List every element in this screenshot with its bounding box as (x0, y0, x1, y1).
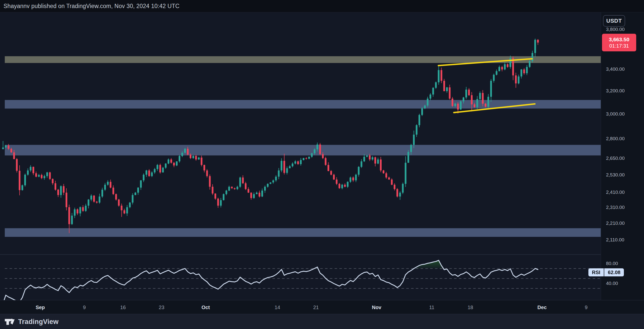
time-axis-label: 16 (120, 304, 126, 310)
quote-currency-label: USDT (606, 18, 622, 24)
time-axis-label: 18 (468, 304, 473, 310)
price-axis-label: 2,110.00 (606, 237, 624, 243)
price-axis-label: 2,210.00 (606, 221, 625, 226)
time-axis-label: Dec (537, 304, 547, 310)
price-axis-label: 2,800.00 (606, 136, 625, 141)
last-price-value: 3,663.50 (609, 36, 629, 43)
time-axis-label: 11 (429, 304, 434, 310)
price-axis-label: 2,650.00 (606, 156, 625, 161)
time-axis-label: Nov (372, 304, 381, 310)
time-axis-label: 23 (159, 304, 164, 310)
tradingview-chart-screenshot: Shayannv published on TradingView.com, N… (0, 0, 644, 329)
price-axis-label: 3,400.00 (606, 66, 625, 72)
footer-brand-bar: TradingView (0, 314, 644, 329)
candle-countdown: 01:17:31 (609, 43, 629, 49)
time-axis-label: Oct (202, 304, 210, 310)
time-axis[interactable]: Sep91623Oct1421Nov1118Dec9 (0, 300, 644, 314)
price-axis[interactable]: USDT 3,663.50 01:17:31 3,800.003,400.003… (601, 12, 644, 300)
pane-separator[interactable] (0, 254, 601, 255)
price-axis-label: 2,310.00 (606, 205, 625, 210)
time-axis-label: 9 (585, 304, 588, 310)
tradingview-logo-icon[interactable] (4, 316, 15, 327)
price-axis-label: 3,000.00 (606, 111, 625, 117)
rsi-value: 62.08 (604, 268, 624, 276)
price-axis-label: 3,800.00 (606, 27, 625, 32)
price-axis-label: 2,530.00 (606, 172, 625, 178)
time-axis-label: Sep (36, 304, 45, 310)
candlestick-chart-canvas[interactable] (0, 0, 644, 329)
quote-currency-box[interactable]: USDT (603, 15, 625, 27)
rsi-axis-label: 80.00 (606, 261, 618, 266)
rsi-label: RSI (588, 268, 604, 276)
publisher-text: Shayannv published on TradingView.com, N… (4, 3, 180, 10)
rsi-axis-label: 40.00 (606, 281, 618, 286)
tradingview-wordmark[interactable]: TradingView (18, 318, 59, 326)
time-axis-label: 21 (313, 304, 319, 310)
last-price-badge: 3,663.50 01:17:31 (602, 34, 636, 51)
rsi-value-badge: RSI 62.08 (588, 268, 624, 276)
publisher-bar: Shayannv published on TradingView.com, N… (0, 0, 644, 12)
price-axis-label: 2,410.00 (606, 190, 625, 195)
time-axis-label: 14 (274, 304, 280, 310)
time-axis-label: 9 (83, 304, 86, 310)
price-axis-label: 3,200.00 (606, 88, 625, 94)
